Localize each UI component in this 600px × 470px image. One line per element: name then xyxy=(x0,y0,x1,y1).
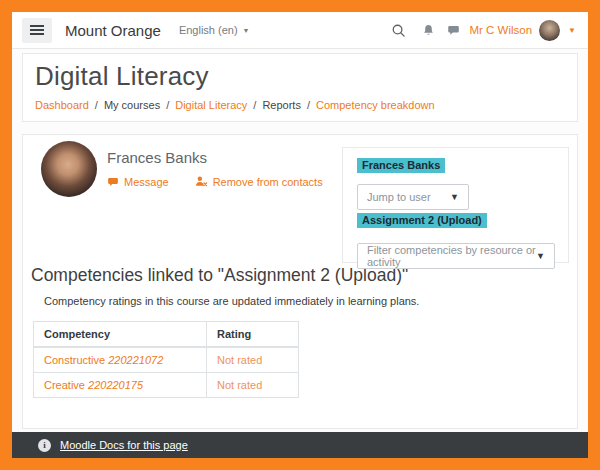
person-x-icon xyxy=(195,175,208,188)
current-user-avatar[interactable] xyxy=(539,20,560,41)
breadcrumb-separator: / xyxy=(166,99,169,111)
user-name: Frances Banks xyxy=(107,149,323,166)
competencies-note: Competency ratings in this course are up… xyxy=(44,295,577,307)
table-row: Constructive 220221072 Not rated xyxy=(34,347,299,373)
info-circle-icon xyxy=(38,439,51,452)
table-row: Creative 220220175 Not rated xyxy=(34,373,299,398)
rating-value: Not rated xyxy=(207,347,299,373)
breadcrumb-separator: / xyxy=(253,99,256,111)
current-user-name[interactable]: Mr C Wilson xyxy=(469,24,532,36)
filter-competencies-select[interactable]: Filter competencies by resource or activ… xyxy=(357,243,555,269)
message-link[interactable]: Message xyxy=(107,175,169,188)
language-menu-label: English (en) xyxy=(179,24,238,36)
breadcrumb: Dashboard / My courses / Digital Literac… xyxy=(35,99,565,111)
competency-report-card: Frances Banks Message xyxy=(22,134,578,429)
selected-user-chip: Frances Banks xyxy=(357,158,445,173)
language-menu[interactable]: English (en) ▼ xyxy=(179,24,250,36)
competency-idnumber: 220221072 xyxy=(108,354,163,366)
notifications-bell-icon[interactable] xyxy=(422,24,435,37)
rating-value: Not rated xyxy=(207,373,299,398)
caret-down-icon: ▼ xyxy=(536,251,545,261)
competency-link[interactable]: Constructive 220221072 xyxy=(44,354,163,366)
filter-panel: Frances Banks Jump to user ▼ Assignment … xyxy=(342,147,569,263)
messages-bubble-icon[interactable] xyxy=(447,24,460,37)
competency-link[interactable]: Creative 220220175 xyxy=(44,379,143,391)
menu-toggle-button[interactable] xyxy=(22,18,52,43)
hamburger-icon xyxy=(30,33,44,35)
column-header-competency: Competency xyxy=(34,322,207,348)
page-header: Digital Literacy Dashboard / My courses … xyxy=(22,53,578,122)
caret-down-icon: ▼ xyxy=(243,27,250,34)
speech-bubble-icon xyxy=(107,176,119,188)
breadcrumb-item-my-courses: My courses xyxy=(104,99,160,111)
selected-activity-chip: Assignment 2 (Upload) xyxy=(357,213,487,228)
user-menu-caret-icon[interactable]: ▼ xyxy=(568,26,576,35)
breadcrumb-item-digital-literacy[interactable]: Digital Literacy xyxy=(175,99,247,111)
breadcrumb-item-reports: Reports xyxy=(262,99,301,111)
hamburger-icon xyxy=(30,29,44,31)
competencies-table: Competency Rating Constructive 220221072… xyxy=(33,321,299,398)
remove-from-contacts-link[interactable]: Remove from contacts xyxy=(195,175,323,188)
breadcrumb-item-competency-breakdown[interactable]: Competency breakdown xyxy=(316,99,435,111)
breadcrumb-item-dashboard[interactable]: Dashboard xyxy=(35,99,89,111)
page-frame: Mount Orange English (en) ▼ Mr C Wilson … xyxy=(0,0,600,470)
page-content: Digital Literacy Dashboard / My courses … xyxy=(12,49,588,432)
competency-idnumber: 220220175 xyxy=(88,379,143,391)
remove-from-contacts-label: Remove from contacts xyxy=(213,176,323,188)
breadcrumb-separator: / xyxy=(95,99,98,111)
page-title: Digital Literacy xyxy=(35,61,565,92)
user-avatar[interactable] xyxy=(41,141,97,197)
user-profile-info: Frances Banks Message xyxy=(107,141,323,197)
hamburger-icon xyxy=(30,25,44,27)
column-header-rating: Rating xyxy=(207,322,299,348)
caret-down-icon: ▼ xyxy=(450,192,459,202)
site-name[interactable]: Mount Orange xyxy=(65,22,161,39)
top-navbar: Mount Orange English (en) ▼ Mr C Wilson … xyxy=(12,12,588,49)
jump-to-user-value: Jump to user xyxy=(367,191,431,203)
moodle-docs-link[interactable]: Moodle Docs for this page xyxy=(60,439,188,451)
jump-to-user-select[interactable]: Jump to user ▼ xyxy=(357,184,469,210)
message-link-label: Message xyxy=(124,176,169,188)
table-header-row: Competency Rating xyxy=(34,322,299,348)
user-profile-actions: Message Remove from contacts xyxy=(107,175,323,188)
page-footer: Moodle Docs for this page xyxy=(12,432,588,458)
search-icon[interactable] xyxy=(391,23,406,38)
breadcrumb-separator: / xyxy=(307,99,310,111)
filter-competencies-value: Filter competencies by resource or activ… xyxy=(367,244,536,268)
